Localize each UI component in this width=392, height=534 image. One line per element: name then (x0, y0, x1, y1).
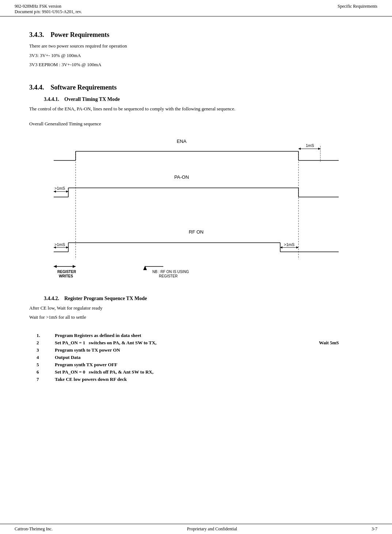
page-footer: Cattron-Theimeg Inc. Proprietary and Con… (0, 524, 392, 534)
section-344-heading: 3.4.4. Software Requirements (29, 84, 363, 91)
svg-text:NB :  RF ON IS USING: NB : RF ON IS USING (152, 270, 189, 274)
list-text: Program synth to TX power ON (55, 347, 319, 353)
header-left-line1: 902-928MHz FSK version (15, 4, 82, 9)
svg-marker-39 (73, 265, 76, 268)
svg-text:REGISTER: REGISTER (57, 270, 76, 274)
list-num: 2 (37, 340, 55, 346)
page-header: 902-928MHz FSK version Document p/n: 9S0… (0, 0, 392, 16)
list-num: 7 (37, 376, 55, 382)
svg-marker-38 (54, 265, 57, 268)
list-text: Program synth TX power OFF (55, 362, 319, 368)
header-right: Specific Requirements (338, 4, 377, 15)
list-item: 7 Take CE low powers down RF deck (37, 376, 363, 382)
list-num: 6 (37, 369, 55, 375)
svg-text:1mS: 1mS (306, 143, 314, 148)
svg-text:PA-ON: PA-ON (174, 174, 189, 180)
svg-marker-31 (66, 246, 68, 249)
header-left-line2: Document p/n: 9S01-U915-A201, rev. (15, 9, 82, 15)
section-3442-intro2: Wait for >1mS for all to settle (29, 314, 363, 321)
svg-text:WRITES: WRITES (59, 274, 73, 278)
list-text: Output Data (55, 355, 319, 360)
header-left: 902-928MHz FSK version Document p/n: 9S0… (15, 4, 82, 15)
svg-marker-34 (280, 246, 282, 249)
footer-left: Cattron-Theimeg Inc. (15, 526, 53, 532)
list-item: 5 Program synth TX power OFF (37, 362, 363, 368)
list-text: Take CE low powers down RF deck (55, 376, 319, 382)
section-3442-intro1: After CE low, Wait for regulator ready (29, 304, 363, 312)
svg-text:RF ON: RF ON (189, 229, 203, 235)
section-343-para3: 3V3 EEPROM : 3V+-10% @ 100mA (29, 61, 363, 68)
list-item: 2 Set PA_ON = 1 switches on PA, & Ant SW… (37, 340, 363, 346)
footer-right: 3-7 (372, 526, 377, 532)
svg-marker-21 (66, 190, 68, 193)
list-num: 5 (37, 362, 55, 368)
list-item: 6 Set PA_ON = 0 switch off PA, & Ant SW … (37, 369, 363, 375)
list-text: Program Registers as defined in data she… (55, 333, 319, 338)
list-num: 1. (37, 333, 55, 338)
section-3442-heading: 3.4.4.2. Register Program Sequence TX Mo… (44, 296, 363, 302)
svg-text:>1mS: >1mS (54, 186, 65, 190)
section-3441-para1: The control of the ENA, PA-ON, lines nee… (29, 105, 363, 113)
list-text: Set PA_ON = 0 switch off PA, & Ant SW to… (55, 369, 319, 375)
section-3441-heading: 3.4.4.1. Overall Timing TX Mode (44, 96, 363, 102)
list-item: 4 Output Data (37, 355, 363, 360)
svg-text:REGISTER: REGISTER (159, 274, 178, 278)
section-343-heading: 3.4.3. Power Requirements (29, 31, 363, 39)
numbered-list: 1. Program Registers as defined in data … (37, 333, 363, 382)
svg-text:>1mS: >1mS (284, 242, 294, 247)
timing-diagram: ENA 1mS PA-ON (39, 135, 353, 288)
list-num: 3 (37, 347, 55, 353)
svg-marker-8 (318, 148, 320, 150)
footer-center: Proprietary and Confidential (187, 526, 237, 532)
svg-text:>1mS: >1mS (54, 242, 65, 247)
main-content: 3.4.3. Power Requirements There are two … (0, 16, 392, 406)
timing-caption: Overall Generalized Timing sequence (29, 120, 363, 128)
svg-marker-7 (298, 148, 301, 150)
svg-text:ENA: ENA (176, 139, 186, 144)
list-num: 4 (37, 355, 55, 360)
list-text: Set PA_ON = 1 switches on PA, & Ant SW t… (55, 340, 319, 346)
section-343-para1: There are two power sources required for… (29, 42, 363, 50)
section-343-para2: 3V3: 3V+- 10% @ 100mA (29, 52, 363, 59)
svg-marker-35 (296, 246, 298, 249)
list-item: 1. Program Registers as defined in data … (37, 333, 363, 338)
svg-marker-20 (54, 190, 56, 193)
list-item: 3 Program synth to TX power ON (37, 347, 363, 353)
